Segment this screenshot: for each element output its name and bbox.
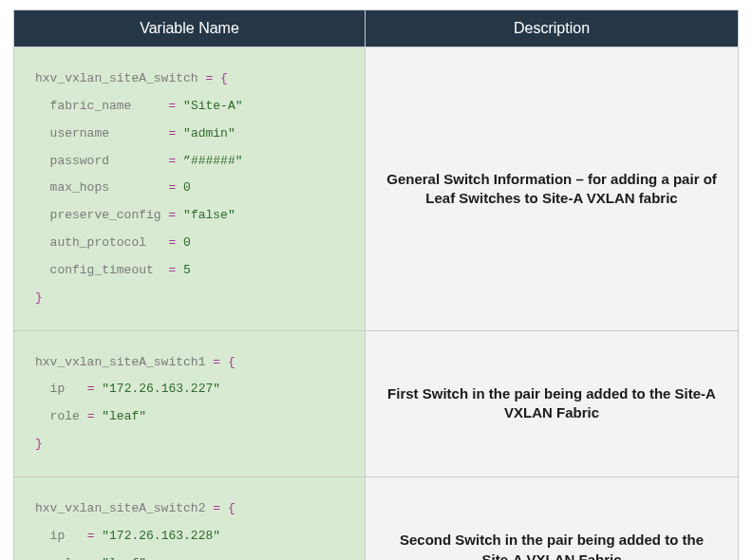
code-line: auth_protocol = 0 (35, 234, 348, 252)
code-blank-line (35, 143, 348, 153)
code-line: username = "admin" (35, 125, 348, 143)
description-cell: General Switch Information – for adding … (366, 47, 739, 331)
code-blank-line (35, 225, 348, 234)
code-blank-line (35, 88, 348, 98)
code-line: } (35, 289, 348, 308)
description-cell: Second Switch in the pair being added to… (366, 476, 739, 560)
code-line: ip = "172.26.163.228" (35, 528, 348, 546)
table-container: Variable Name Description hxv_vxlan_site… (0, 0, 752, 560)
variable-code-cell: hxv_vxlan_siteA_switch = { fabric_name =… (14, 47, 366, 331)
table-body: hxv_vxlan_siteA_switch = { fabric_name =… (14, 47, 739, 561)
code-line: hxv_vxlan_siteA_switch = { (35, 70, 348, 88)
code-blank-line (35, 491, 348, 500)
code-line: hxv_vxlan_siteA_switch1 = { (35, 354, 348, 372)
code-line: hxv_vxlan_siteA_switch2 = { (35, 500, 348, 518)
description-cell: First Switch in the pair being added to … (366, 330, 739, 476)
code-blank-line (35, 399, 348, 408)
code-blank-line (35, 454, 348, 463)
code-line: max_hops = 0 (35, 179, 348, 197)
code-blank-line (35, 252, 348, 262)
code-blank-line (35, 61, 348, 70)
variable-code-cell: hxv_vxlan_siteA_switch1 = { ip = "172.26… (14, 330, 366, 476)
code-line: role = "leaf" (35, 408, 348, 426)
code-line: password = ”######" (35, 153, 348, 171)
code-blank-line (35, 170, 348, 179)
code-blank-line (35, 280, 348, 289)
header-description: Description (366, 10, 739, 47)
table-row: hxv_vxlan_siteA_switch = { fabric_name =… (14, 47, 739, 331)
code-line: role = "leaf" (35, 555, 348, 560)
code-blank-line (35, 345, 348, 354)
variable-code-cell: hxv_vxlan_siteA_switch2 = { ip = "172.26… (14, 476, 366, 560)
code-blank-line (35, 197, 348, 207)
code-line: fabric_name = "Site-A" (35, 98, 348, 116)
code-blank-line (35, 116, 348, 125)
code-line: config_timeout = 5 (35, 262, 348, 280)
header-row: Variable Name Description (14, 10, 739, 47)
table-header: Variable Name Description (14, 10, 739, 47)
code-blank-line (35, 546, 348, 555)
table-row: hxv_vxlan_siteA_switch2 = { ip = "172.26… (14, 476, 739, 560)
code-line: preserve_config = "false" (35, 207, 348, 225)
variables-table: Variable Name Description hxv_vxlan_site… (13, 9, 739, 560)
code-blank-line (35, 518, 348, 528)
code-blank-line (35, 308, 348, 317)
code-blank-line (35, 426, 348, 436)
header-variable: Variable Name (14, 10, 366, 47)
table-row: hxv_vxlan_siteA_switch1 = { ip = "172.26… (14, 330, 739, 476)
code-blank-line (35, 371, 348, 381)
code-line: ip = "172.26.163.227" (35, 381, 348, 399)
code-line: } (35, 436, 348, 454)
